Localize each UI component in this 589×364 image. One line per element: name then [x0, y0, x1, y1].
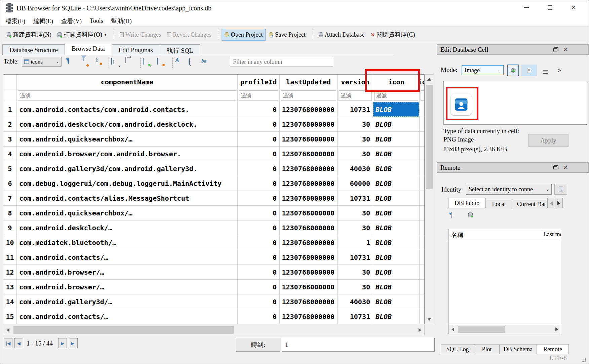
- cell-componentName[interactable]: com.android.contacts/…: [17, 309, 238, 324]
- cell-profileId[interactable]: 0: [238, 117, 280, 132]
- open-database-button[interactable]: 打開資料庫(O)▾: [54, 28, 110, 41]
- cell-profileId[interactable]: 0: [238, 176, 280, 191]
- cell-profileId[interactable]: 0: [238, 191, 280, 206]
- cell-icon-blob[interactable]: BLOB: [373, 191, 420, 206]
- cell-componentName[interactable]: com.android.contacts/alias.MessageShortc…: [17, 191, 238, 206]
- cell-version[interactable]: 10731: [338, 102, 373, 117]
- tab-scroll-left-button[interactable]: [547, 198, 555, 208]
- open-project-button[interactable]: Open Project: [222, 29, 266, 41]
- cell-lastUpdated[interactable]: 1230768000000: [280, 250, 338, 265]
- vertical-scrollbar-thumb[interactable]: [426, 85, 433, 189]
- cell-lastUpdated[interactable]: 1230768000000: [280, 294, 338, 309]
- cell-componentName[interactable]: com.android.gallery3d/com.android.galler…: [17, 161, 238, 176]
- cell-icon-blob[interactable]: BLOB: [373, 250, 420, 265]
- cell-profileId[interactable]: 0: [238, 132, 280, 147]
- cell-icon-blob[interactable]: BLOB: [373, 220, 420, 235]
- save-table-button[interactable]: ▾: [111, 58, 119, 66]
- remote-clone-database-button[interactable]: [468, 212, 473, 218]
- cell-icon-blob[interactable]: BLOB: [373, 294, 420, 309]
- cell-componentName[interactable]: com.debug.loggerui/com.debug.loggerui.Ma…: [17, 176, 238, 191]
- save-project-button[interactable]: Save Project: [266, 29, 308, 41]
- table-row[interactable]: 11 com.android.contacts/… 0 123076800000…: [3, 250, 424, 265]
- cell-lastUpdated[interactable]: 1230768000000: [280, 280, 338, 294]
- table-row[interactable]: 7 com.android.contacts/alias.MessageShor…: [3, 191, 424, 206]
- cell-version[interactable]: 30: [338, 132, 373, 147]
- menu-file[interactable]: 檔案(F): [2, 16, 29, 26]
- more-tools-chevron[interactable]: »: [558, 66, 561, 74]
- table-row[interactable]: 6 com.debug.loggerui/com.debug.loggerui.…: [3, 176, 424, 191]
- previous-page-button[interactable]: ◀: [14, 338, 23, 348]
- column-header-version[interactable]: version: [338, 75, 373, 89]
- next-page-button[interactable]: ▶: [58, 338, 67, 348]
- cell-icon-blob[interactable]: BLOB: [373, 265, 420, 280]
- menu-view[interactable]: 查看(V): [57, 16, 86, 26]
- horizontal-scrollbar-thumb[interactable]: [13, 326, 234, 334]
- cell-profileId[interactable]: 0: [238, 206, 280, 220]
- font-button[interactable]: A: [175, 57, 183, 64]
- last-page-button[interactable]: ▶|: [69, 338, 78, 348]
- cell-version[interactable]: 10731: [338, 309, 373, 324]
- print-button[interactable]: [125, 57, 133, 65]
- column-header-profileId[interactable]: profileId: [238, 75, 280, 89]
- table-row[interactable]: 8 com.android.quicksearchbox/… 0 1230768…: [3, 206, 424, 220]
- cell-lastUpdated[interactable]: 1230768000000: [280, 147, 338, 161]
- cell-profileId[interactable]: 0: [238, 250, 280, 265]
- tab-scroll-right-button[interactable]: [555, 198, 563, 208]
- filter-input-lastUpdated[interactable]: [281, 90, 336, 101]
- cell-lastUpdated[interactable]: 1230768000000: [280, 220, 338, 235]
- cell-version[interactable]: 40030: [338, 161, 373, 176]
- tab-execute-sql[interactable]: 執行 SQL: [160, 44, 200, 55]
- menu-edit[interactable]: 編輯(E): [29, 16, 57, 26]
- cell-componentName[interactable]: com.android.browser/…: [17, 280, 238, 294]
- cell-profileId[interactable]: 0: [238, 235, 280, 250]
- table-row[interactable]: 14 com.android.gallery3d/… 0 12307680000…: [3, 294, 424, 309]
- remote-list-header-name[interactable]: 名稱: [448, 229, 541, 240]
- filter-input-profileId[interactable]: [239, 90, 278, 101]
- filter-input-version[interactable]: [339, 90, 372, 101]
- cell-icon-blob[interactable]: BLOB: [373, 309, 420, 324]
- global-filter-input[interactable]: [230, 57, 333, 67]
- cell-icon-blob[interactable]: BLOB: [373, 102, 420, 117]
- table-horizontal-scrollbar[interactable]: [3, 325, 425, 335]
- import-certificate-button[interactable]: [554, 184, 567, 195]
- cell-version[interactable]: 10731: [338, 250, 373, 265]
- tab-plot[interactable]: Plot: [474, 344, 500, 354]
- table-row[interactable]: 1 com.android.contacts/com.android.conta…: [3, 102, 424, 117]
- scroll-left-arrow[interactable]: [448, 325, 457, 334]
- cell-icon-blob[interactable]: BLOB: [373, 132, 420, 147]
- column-header-componentName[interactable]: componentName: [17, 75, 238, 89]
- table-row[interactable]: 9 com.android.deskclock/… 0 123076800000…: [3, 220, 424, 235]
- clear-sort-button[interactable]: ⇕: [94, 57, 102, 65]
- cell-profileId[interactable]: 0: [238, 147, 280, 161]
- cell-lastUpdated[interactable]: 1230768000000: [280, 117, 338, 132]
- cell-lastUpdated[interactable]: 1230768000000: [280, 132, 338, 147]
- cell-version[interactable]: 30: [338, 117, 373, 132]
- scroll-down-arrow[interactable]: [425, 315, 434, 324]
- column-header-partial[interactable]: ic: [420, 75, 424, 89]
- apply-button[interactable]: Apply: [528, 134, 568, 147]
- text-mode-button[interactable]: [521, 65, 537, 76]
- cell-version[interactable]: 30: [338, 280, 373, 294]
- close-button[interactable]: ✕: [563, 0, 584, 14]
- table-row[interactable]: 3 com.android.quicksearchbox/… 0 1230768…: [3, 132, 424, 147]
- tab-current-database[interactable]: Current Dat: [512, 199, 548, 208]
- goto-record-input[interactable]: [282, 338, 435, 352]
- cell-lastUpdated[interactable]: 1230768000000: [280, 176, 338, 191]
- table-row[interactable]: 10 com.mediatek.bluetooth/… 0 1230768000…: [3, 235, 424, 250]
- cell-version[interactable]: 30: [338, 147, 373, 161]
- word-wrap-button[interactable]: [540, 65, 552, 76]
- cell-version[interactable]: 60000: [338, 176, 373, 191]
- insert-record-button[interactable]: ▾: [143, 58, 150, 66]
- first-page-button[interactable]: |◀: [4, 338, 12, 348]
- minimize-button[interactable]: [516, 0, 537, 14]
- remote-close-button[interactable]: ✕: [562, 164, 569, 171]
- scroll-right-arrow[interactable]: [416, 325, 424, 335]
- tab-edit-pragmas[interactable]: Edit Pragmas: [112, 44, 160, 55]
- cell-version[interactable]: 30: [338, 265, 373, 280]
- menu-tools[interactable]: Tools: [86, 16, 107, 26]
- table-row[interactable]: 2 com.android.deskclock/com.android.desk…: [3, 117, 424, 132]
- cell-icon-blob[interactable]: BLOB: [373, 161, 420, 176]
- cell-profileId[interactable]: 0: [238, 161, 280, 176]
- table-select[interactable]: icons ⌄: [22, 57, 62, 67]
- table-row[interactable]: 15 com.android.contacts/… 0 123076800000…: [3, 309, 424, 324]
